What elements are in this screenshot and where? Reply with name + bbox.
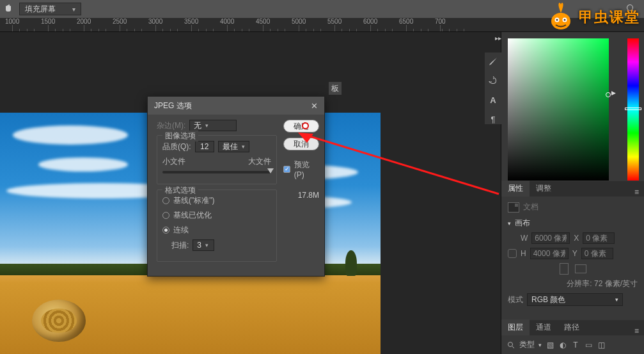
height-label: H bbox=[521, 249, 526, 258]
brush-icon[interactable] bbox=[488, 56, 498, 67]
width-field[interactable] bbox=[531, 232, 570, 244]
radio-icon bbox=[162, 227, 169, 234]
canvas-section-toggle[interactable]: ▾ 画布 bbox=[508, 218, 638, 229]
ruler-tick: 2000 bbox=[77, 18, 91, 25]
radio-progressive[interactable]: 连续 bbox=[162, 225, 271, 236]
fit-mode-value: 填充屏幕 bbox=[25, 4, 56, 15]
ruler-tick: 4500 bbox=[256, 18, 270, 25]
filter-type-label: 类型 bbox=[519, 339, 535, 350]
hue-slider-knob[interactable] bbox=[625, 108, 641, 110]
tab-layers[interactable]: 图层 bbox=[501, 319, 530, 335]
panel-menu-icon[interactable]: ≡ bbox=[629, 188, 644, 197]
properties-panel: 文档 ▾ 画布 W X H Y bbox=[501, 197, 644, 315]
tab-adjustments[interactable]: 调整 bbox=[530, 181, 558, 197]
panel-menu-icon[interactable]: ≡ bbox=[629, 326, 644, 335]
quality-slider[interactable] bbox=[162, 171, 271, 173]
canvas-area[interactable]: 板 JPEG 选项 ✕ 杂边(M): 无 ▾ 图像选项 bbox=[0, 32, 501, 354]
history-icon[interactable] bbox=[488, 76, 498, 86]
ruler-tick: 1500 bbox=[41, 18, 55, 25]
dialog-title: JPEG 选项 bbox=[154, 101, 192, 111]
radio-icon bbox=[162, 197, 169, 204]
group-title-image-options: 图像选项 bbox=[162, 131, 198, 141]
filter-adjust-icon[interactable]: ◐ bbox=[558, 341, 567, 350]
ruler-tick: 5000 bbox=[292, 18, 306, 25]
filter-pixel-icon[interactable]: ▧ bbox=[546, 341, 554, 350]
y-label: Y bbox=[572, 249, 577, 258]
right-panel-stack: ▸▸ A ¶ ▶ 属性 调整 ≡ 文档 ▾ 画布 bbox=[501, 32, 644, 354]
link-dims-icon[interactable] bbox=[508, 249, 517, 258]
ruler-tick: 6000 bbox=[363, 18, 377, 25]
svg-point-4 bbox=[564, 19, 566, 21]
watermark-text: 甲虫课堂 bbox=[579, 8, 640, 27]
chevron-down-icon: ▾ bbox=[72, 6, 75, 13]
jpeg-options-dialog: JPEG 选项 ✕ 杂边(M): 无 ▾ 图像选项 品质(Q bbox=[147, 96, 325, 277]
orientation-portrait-icon[interactable] bbox=[560, 263, 569, 275]
quality-label: 品质(Q): bbox=[162, 141, 191, 152]
chevron-down-icon: ▾ bbox=[242, 143, 245, 150]
field-arrow-icon: ▶ bbox=[611, 90, 616, 96]
color-picker-panel: ▶ bbox=[501, 32, 644, 181]
chevron-down-icon: ▾ bbox=[538, 342, 542, 348]
checkbox-icon bbox=[283, 166, 290, 173]
beetle-icon bbox=[546, 2, 576, 33]
svg-line-10 bbox=[512, 346, 514, 348]
watermark-logo: 甲虫课堂 bbox=[546, 0, 640, 35]
quality-preset-value: 最佳 bbox=[223, 141, 238, 152]
chevron-down-icon: ▾ bbox=[615, 296, 618, 303]
radio-baseline-standard[interactable]: 基线("标准") bbox=[162, 195, 271, 206]
ruler-tick: 3500 bbox=[184, 18, 198, 25]
orientation-landscape-icon[interactable] bbox=[575, 264, 586, 273]
format-options-group: 格式选项 基线("标准") 基线已优化 连续 bbox=[157, 189, 277, 262]
color-field-cursor bbox=[606, 92, 611, 97]
color-field[interactable] bbox=[508, 38, 609, 181]
scans-dropdown[interactable]: 3 ▾ bbox=[192, 239, 214, 251]
scans-value: 3 bbox=[197, 241, 201, 250]
radio-baseline-optimized[interactable]: 基线已优化 bbox=[162, 210, 271, 221]
close-icon[interactable]: ✕ bbox=[311, 101, 318, 111]
type-panel-icon[interactable]: A bbox=[488, 95, 498, 105]
ruler-tick: 6500 bbox=[399, 18, 413, 25]
tab-channels[interactable]: 通道 bbox=[530, 319, 558, 335]
hand-tool-icon bbox=[4, 4, 13, 15]
quality-input[interactable] bbox=[195, 141, 214, 152]
x-field[interactable] bbox=[583, 232, 615, 244]
fit-mode-dropdown[interactable]: 填充屏幕 ▾ bbox=[19, 3, 81, 15]
tab-paths[interactable]: 路径 bbox=[558, 319, 586, 335]
group-title-format-options: 格式选项 bbox=[162, 185, 198, 196]
y-field[interactable] bbox=[581, 248, 613, 259]
search-icon[interactable] bbox=[507, 341, 515, 350]
svg-point-9 bbox=[508, 342, 513, 346]
document-icon bbox=[508, 202, 519, 213]
matte-label: 杂边(M): bbox=[157, 120, 185, 131]
panel-collapse-icon[interactable]: ▸▸ bbox=[495, 35, 501, 42]
filter-smart-icon[interactable]: ◫ bbox=[597, 341, 606, 350]
image-options-group: 图像选项 品质(Q): 最佳 ▾ 小文件 大文件 bbox=[157, 135, 277, 184]
preview-checkbox[interactable]: 预览(P) bbox=[283, 159, 319, 179]
dialog-titlebar[interactable]: JPEG 选项 ✕ bbox=[148, 97, 324, 115]
collapsed-panel-strip: A ¶ bbox=[485, 52, 501, 124]
filesize-readout: 17.8M bbox=[298, 191, 319, 200]
x-label: X bbox=[574, 234, 579, 243]
slider-knob[interactable] bbox=[267, 168, 274, 173]
svg-point-3 bbox=[556, 19, 558, 21]
layers-tabs: 图层 通道 路径 ≡ bbox=[501, 320, 644, 335]
tab-properties[interactable]: 属性 bbox=[501, 181, 530, 197]
ok-button[interactable]: 确定 bbox=[283, 120, 319, 133]
properties-tabs: 属性 调整 ≡ bbox=[501, 181, 644, 197]
filter-shape-icon[interactable]: ▭ bbox=[584, 341, 593, 350]
quality-preset-dropdown[interactable]: 最佳 ▾ bbox=[218, 141, 249, 152]
filter-type-icon[interactable]: T bbox=[571, 341, 580, 350]
height-field[interactable] bbox=[530, 248, 569, 259]
radio-icon bbox=[162, 212, 169, 219]
chevron-down-icon: ▾ bbox=[205, 122, 208, 129]
doc-type-label: 文档 bbox=[523, 202, 538, 213]
cancel-button[interactable]: 取消 bbox=[283, 138, 319, 150]
paragraph-panel-icon[interactable]: ¶ bbox=[488, 114, 498, 124]
ruler-tick: 1000 bbox=[5, 18, 19, 25]
ruler-tick: 2500 bbox=[113, 18, 127, 25]
matte-dropdown: 无 ▾ bbox=[189, 120, 237, 131]
small-file-label: 小文件 bbox=[162, 156, 185, 167]
color-mode-dropdown[interactable]: RGB 颜色 ▾ bbox=[527, 293, 623, 306]
cursor-indicator bbox=[302, 122, 309, 129]
panel-tab-stub[interactable]: 板 bbox=[329, 82, 342, 95]
